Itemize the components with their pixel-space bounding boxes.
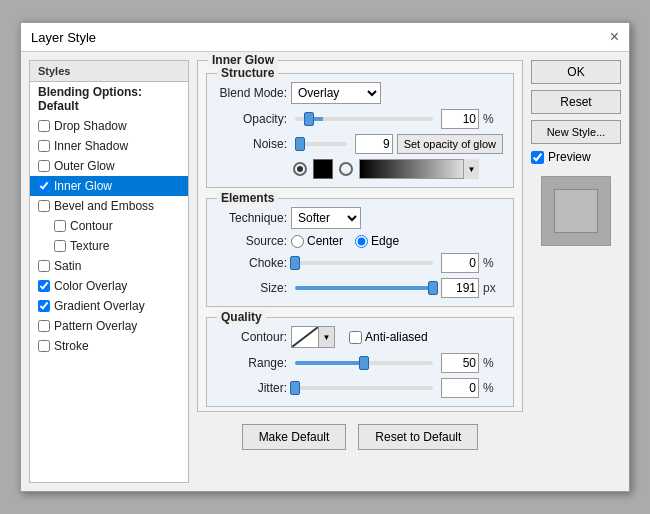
sidebar-item-inner-glow[interactable]: Inner Glow	[30, 176, 188, 196]
gradient-swatch[interactable]: ▼	[359, 159, 479, 179]
drop-shadow-checkbox[interactable]	[38, 120, 50, 132]
bevel-emboss-checkbox[interactable]	[38, 200, 50, 212]
preview-inner	[554, 189, 598, 233]
jitter-input[interactable]: 0	[441, 378, 479, 398]
sidebar-item-drop-shadow[interactable]: Drop Shadow	[30, 116, 188, 136]
source-edge-radio[interactable]	[355, 235, 368, 248]
choke-thumb[interactable]	[290, 256, 300, 270]
technique-label: Technique:	[217, 211, 287, 225]
contour-preview	[292, 327, 318, 347]
sidebar-item-bevel-emboss[interactable]: Bevel and Emboss	[30, 196, 188, 216]
satin-checkbox[interactable]	[38, 260, 50, 272]
inner-glow-checkbox[interactable]	[38, 180, 50, 192]
technique-select[interactable]: Softer Precise	[291, 207, 361, 229]
source-row: Source: Center Edge	[217, 234, 503, 248]
set-opacity-button[interactable]: Set opacity of glow	[397, 134, 503, 154]
gradient-swatch-container: ▼	[359, 159, 479, 179]
contour-label: Contour	[70, 219, 113, 233]
choke-row: Choke: 0 %	[217, 253, 503, 273]
sidebar-item-inner-shadow[interactable]: Inner Shadow	[30, 136, 188, 156]
quality-title: Quality	[217, 310, 266, 324]
satin-label: Satin	[54, 259, 81, 273]
inner-shadow-label: Inner Shadow	[54, 139, 128, 153]
blend-mode-select[interactable]: Overlay Normal Screen Multiply	[291, 82, 381, 104]
sidebar-item-stroke[interactable]: Stroke	[30, 336, 188, 356]
range-row: Range: 50 %	[217, 353, 503, 373]
right-panel: OK Reset New Style... Preview	[531, 60, 621, 483]
size-input[interactable]: 191	[441, 278, 479, 298]
make-default-button[interactable]: Make Default	[242, 424, 347, 450]
range-unit: %	[483, 356, 503, 370]
preview-box	[541, 176, 611, 246]
texture-checkbox[interactable]	[54, 240, 66, 252]
source-edge-option[interactable]: Edge	[355, 234, 399, 248]
elements-section: Elements Technique: Softer Precise Sourc…	[206, 198, 514, 307]
inner-shadow-checkbox[interactable]	[38, 140, 50, 152]
noise-input[interactable]: 9	[355, 134, 393, 154]
anti-aliased-label: Anti-aliased	[365, 330, 428, 344]
choke-label: Choke:	[217, 256, 287, 270]
source-center-radio[interactable]	[291, 235, 304, 248]
source-center-option[interactable]: Center	[291, 234, 343, 248]
sidebar-item-satin[interactable]: Satin	[30, 256, 188, 276]
range-thumb[interactable]	[359, 356, 369, 370]
sidebar-item-color-overlay[interactable]: Color Overlay	[30, 276, 188, 296]
noise-row: Noise: 9 Set opacity of glow	[217, 134, 503, 154]
blend-mode-label: Blend Mode:	[217, 86, 287, 100]
left-panel-header: Styles	[30, 61, 188, 82]
contour-checkbox[interactable]	[54, 220, 66, 232]
new-style-button[interactable]: New Style...	[531, 120, 621, 144]
size-unit: px	[483, 281, 503, 295]
preview-checkbox[interactable]	[531, 151, 544, 164]
anti-aliased-option[interactable]: Anti-aliased	[349, 330, 428, 344]
sidebar-item-gradient-overlay[interactable]: Gradient Overlay	[30, 296, 188, 316]
outer-glow-label: Outer Glow	[54, 159, 115, 173]
color-swatch-black[interactable]	[313, 159, 333, 179]
structure-section: Structure Blend Mode: Overlay Normal Scr…	[206, 73, 514, 188]
opacity-thumb[interactable]	[304, 112, 314, 126]
pattern-overlay-label: Pattern Overlay	[54, 319, 137, 333]
sidebar-item-contour[interactable]: Contour	[30, 216, 188, 236]
bevel-emboss-label: Bevel and Emboss	[54, 199, 154, 213]
noise-thumb[interactable]	[295, 137, 305, 151]
sidebar-item-texture[interactable]: Texture	[30, 236, 188, 256]
color-radio-gradient[interactable]	[339, 162, 353, 176]
noise-label: Noise:	[217, 137, 287, 151]
choke-unit: %	[483, 256, 503, 270]
pattern-overlay-checkbox[interactable]	[38, 320, 50, 332]
source-center-label: Center	[307, 234, 343, 248]
preview-row: Preview	[531, 150, 621, 164]
contour-swatch[interactable]	[291, 326, 319, 348]
jitter-thumb[interactable]	[290, 381, 300, 395]
reset-button[interactable]: Reset	[531, 90, 621, 114]
size-track	[295, 286, 433, 290]
inner-glow-section: Inner Glow Structure Blend Mode: Overlay…	[197, 60, 523, 412]
gradient-overlay-checkbox[interactable]	[38, 300, 50, 312]
structure-title: Structure	[217, 66, 278, 80]
sidebar-item-pattern-overlay[interactable]: Pattern Overlay	[30, 316, 188, 336]
ok-button[interactable]: OK	[531, 60, 621, 84]
inner-glow-label: Inner Glow	[54, 179, 112, 193]
choke-input[interactable]: 0	[441, 253, 479, 273]
texture-label: Texture	[70, 239, 109, 253]
reset-to-default-button[interactable]: Reset to Default	[358, 424, 478, 450]
stroke-label: Stroke	[54, 339, 89, 353]
source-edge-label: Edge	[371, 234, 399, 248]
size-thumb[interactable]	[428, 281, 438, 295]
stroke-checkbox[interactable]	[38, 340, 50, 352]
opacity-label: Opacity:	[217, 112, 287, 126]
color-radio-solid[interactable]	[293, 162, 307, 176]
blending-label: Blending Options: Default	[38, 85, 180, 113]
opacity-input[interactable]: 10	[441, 109, 479, 129]
title-bar: Layer Style ×	[21, 23, 629, 52]
gradient-dropdown-arrow[interactable]: ▼	[463, 159, 479, 179]
sidebar-item-outer-glow[interactable]: Outer Glow	[30, 156, 188, 176]
close-button[interactable]: ×	[610, 29, 619, 45]
outer-glow-checkbox[interactable]	[38, 160, 50, 172]
source-label: Source:	[217, 234, 287, 248]
sidebar-item-blending[interactable]: Blending Options: Default	[30, 82, 188, 116]
range-input[interactable]: 50	[441, 353, 479, 373]
contour-dropdown-arrow[interactable]: ▼	[319, 326, 335, 348]
anti-aliased-checkbox[interactable]	[349, 331, 362, 344]
color-overlay-checkbox[interactable]	[38, 280, 50, 292]
